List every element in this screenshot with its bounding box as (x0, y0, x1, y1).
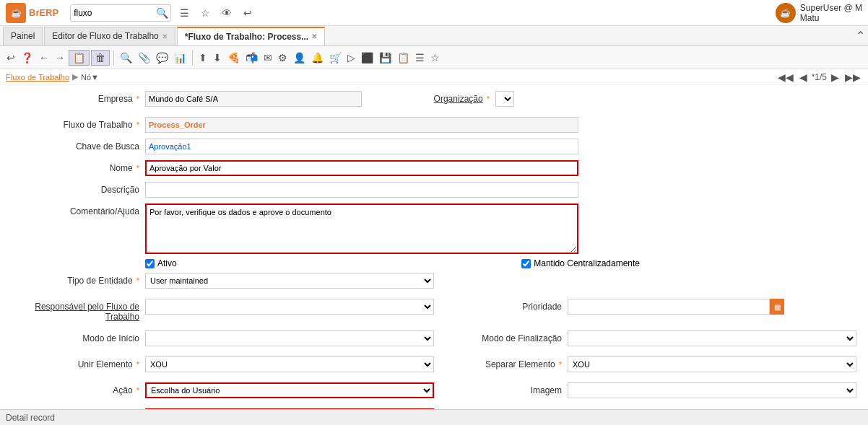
field-imagem-val (568, 382, 856, 398)
input-nome[interactable] (145, 160, 578, 176)
menu-icon[interactable]: ☰ (177, 6, 192, 20)
pagination: ◀◀ ◀ *1/5 ▶ ▶▶ (776, 71, 862, 83)
separator-1 (113, 51, 114, 65)
field-resp-val (145, 299, 434, 315)
field-tipo-entidade: Tipo de Entidade User maintained (12, 273, 434, 290)
toolbar-play[interactable]: ▷ (345, 51, 357, 65)
toolbar-extra1[interactable]: ☰ (413, 51, 427, 65)
acao-container: Escolha do Usuário (145, 382, 434, 398)
toolbar-save[interactable]: 💾 (377, 51, 394, 65)
field-tipo-val: User maintained (145, 273, 434, 289)
select-responsavel[interactable] (145, 299, 434, 315)
input-prioridade[interactable] (568, 299, 770, 315)
toolbar-stop[interactable]: ⬛ (359, 51, 376, 65)
tab-painel[interactable]: Painel (3, 27, 43, 45)
toolbar-report[interactable]: 📊 (172, 51, 188, 65)
row-empresa-org: Empresa Organização (12, 91, 856, 113)
textarea-comentario[interactable]: Por favor, verifique os dados e aprove o… (145, 203, 578, 254)
toolbar-chart[interactable]: 🍕 (225, 51, 242, 65)
label-fluxo: Fluxo de Trabalho (12, 117, 145, 130)
checkbox-mantido-item: Mantido Centralizadamente (521, 258, 640, 268)
toolbar-back[interactable]: ← (37, 51, 51, 65)
row-tipo: Tipo de Entidade User maintained (12, 273, 856, 294)
field-modo-inicio: Modo de Início (12, 330, 434, 348)
page-last[interactable]: ▶▶ (843, 71, 862, 83)
separar-container: XOU (568, 356, 856, 372)
user-details: SuperUser @ M Matu (800, 3, 862, 23)
checkbox-mantido[interactable] (521, 259, 531, 268)
page-info: *1/5 (812, 72, 827, 82)
label-chave: Chave de Busca (12, 139, 145, 152)
tab-fluxo-close[interactable]: ✕ (311, 32, 317, 40)
checkbox-ativo[interactable] (145, 259, 155, 268)
input-chave[interactable] (145, 139, 578, 154)
row-descricao: Descrição (12, 182, 856, 199)
toolbar-copy[interactable]: 📋 (69, 50, 90, 66)
label-responsavel: Responsável pelo Fluxo de Trabalho (12, 299, 145, 322)
field-comentario: Por favor, verifique os dados e aprove o… (145, 203, 856, 254)
label-modo-fin: Modo de Finalização (434, 330, 568, 343)
toolbar-list[interactable]: 📋 (395, 51, 412, 65)
input-descricao[interactable] (145, 182, 578, 198)
field-separar: Separar Elemento XOU (434, 356, 856, 374)
tab-collapse-button[interactable]: ⌃ (856, 29, 865, 43)
page-next[interactable]: ▶ (830, 71, 841, 83)
field-org-value (495, 91, 514, 107)
row-fluxo: Fluxo de Trabalho (12, 117, 856, 134)
tab-bar: Painel Editor de Fluxo de Trabalho ✕ *Fl… (0, 26, 868, 46)
label-acao: Ação (12, 382, 145, 395)
label-modo-inicio: Modo de Início (12, 330, 145, 343)
toolbar-mail[interactable]: 📬 (243, 51, 260, 65)
breadcrumb-current[interactable]: Nó▼ (81, 73, 99, 82)
star-icon[interactable]: ☆ (198, 6, 213, 20)
toolbar-attach[interactable]: 📎 (136, 51, 152, 65)
tab-editor[interactable]: Editor de Fluxo de Trabalho ✕ (44, 27, 175, 45)
toolbar-search[interactable]: 🔍 (118, 51, 134, 65)
field-responsavel: Responsável pelo Fluxo de Trabalho (12, 299, 434, 322)
page-first[interactable]: ◀◀ (776, 71, 795, 83)
toolbar-forward[interactable]: → (53, 51, 67, 65)
select-separar[interactable]: XOU (568, 356, 856, 372)
top-navigation: ☕ BrERP 🔍 ☰ ☆ 👁 ↩ ☕ SuperUser @ M Matu (0, 0, 868, 26)
toolbar-chat[interactable]: 💬 (154, 51, 170, 65)
tab-editor-close[interactable]: ✕ (162, 32, 168, 40)
select-organizacao[interactable] (495, 91, 514, 107)
toolbar-delete[interactable]: 🗑 (91, 50, 110, 66)
eye-icon[interactable]: 👁 (219, 6, 235, 20)
select-imagem[interactable] (568, 382, 856, 398)
prioridade-icon-btn[interactable]: ▦ (770, 299, 784, 315)
modo-inicio-container (145, 330, 434, 346)
search-button[interactable]: 🔍 (153, 6, 171, 20)
toolbar-cart[interactable]: 🛒 (327, 51, 344, 65)
toolbar-settings[interactable]: ⚙ (276, 51, 290, 65)
field-modo-inicio-val (145, 330, 434, 346)
label-unir: Unir Elemento (12, 356, 145, 369)
toolbar-down[interactable]: ⬇ (211, 51, 224, 65)
breadcrumb-separator: ▶ (72, 72, 78, 82)
breadcrumb-parent[interactable]: Fluxo de Trabalho (6, 73, 69, 82)
toolbar-undo[interactable]: ↩ (4, 51, 17, 65)
toolbar-help[interactable]: ❓ (19, 51, 35, 65)
toolbar-letter[interactable]: ✉ (261, 51, 274, 65)
label-comentario: Comentário/Ajuda (12, 203, 145, 216)
select-unir[interactable]: XOU (145, 356, 434, 372)
toolbar-up[interactable]: ⬆ (196, 51, 209, 65)
user-avatar: ☕ (776, 3, 796, 23)
select-modo-fin[interactable] (568, 330, 856, 346)
page-prev[interactable]: ◀ (798, 71, 809, 83)
tab-fluxo[interactable]: *Fluxo de Trabalho: Process... ✕ (177, 27, 325, 45)
toolbar-extra2[interactable]: ☆ (428, 51, 442, 65)
toolbar-bell[interactable]: 🔔 (309, 51, 326, 65)
user-sub: Matu (800, 13, 862, 23)
row-unir-separar: Unir Elemento XOU Separar Elemento XOU (12, 356, 856, 378)
select-tipo-entidade[interactable]: User maintained (145, 273, 434, 289)
label-tipo-entidade: Tipo de Entidade (12, 273, 145, 286)
status-text: Detail record (6, 413, 55, 423)
history-icon[interactable]: ↩ (240, 6, 255, 20)
toolbar-user[interactable]: 👤 (291, 51, 308, 65)
select-modo-inicio[interactable] (145, 330, 434, 346)
search-input[interactable] (74, 8, 153, 18)
label-organizacao: Organização (362, 91, 495, 104)
row-responsavel-prioridade: Responsável pelo Fluxo de Trabalho Prior… (12, 299, 856, 326)
select-acao[interactable]: Escolha do Usuário (145, 382, 434, 398)
